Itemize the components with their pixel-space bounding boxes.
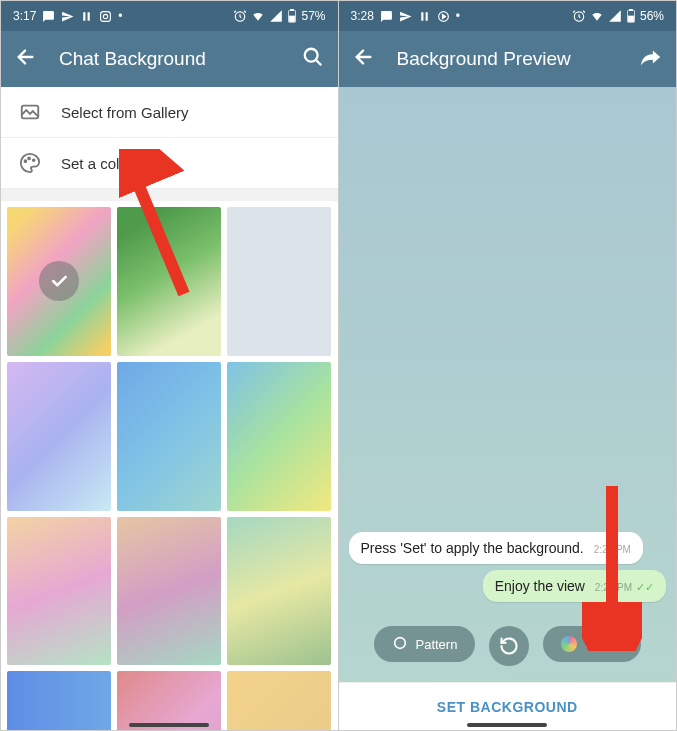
battery-text: 56%	[640, 9, 664, 23]
pattern-button[interactable]: Pattern	[374, 626, 476, 662]
page-title: Chat Background	[59, 48, 206, 70]
send-icon	[399, 10, 412, 23]
signal-icon	[269, 9, 283, 23]
svg-point-8	[25, 160, 27, 162]
annotation-arrow	[582, 481, 642, 651]
app-bar: Chat Background	[1, 31, 338, 87]
instagram-icon	[99, 10, 112, 23]
screen-chat-background: 3:17 •	[1, 1, 339, 730]
nav-handle	[129, 723, 209, 727]
wallpaper-item[interactable]	[227, 362, 331, 511]
button-label: SET BACKGROUND	[437, 699, 578, 715]
wallpaper-item[interactable]	[7, 671, 111, 730]
pause-icon	[80, 10, 93, 23]
wallpaper-item[interactable]	[7, 207, 111, 356]
search-icon[interactable]	[302, 46, 324, 72]
status-time: 3:28	[351, 9, 374, 23]
send-icon	[61, 10, 74, 23]
svg-rect-0	[101, 11, 111, 21]
battery-text: 57%	[301, 9, 325, 23]
more-dot: •	[456, 9, 460, 23]
nav-handle	[467, 723, 547, 727]
alarm-icon	[233, 9, 247, 23]
wallpaper-item[interactable]	[117, 362, 221, 511]
status-bar: 3:28 • 56%	[339, 1, 677, 31]
signal-icon	[608, 9, 622, 23]
message-icon	[42, 10, 55, 23]
palette-icon	[19, 152, 41, 174]
back-icon[interactable]	[353, 46, 375, 72]
wallpaper-item[interactable]	[7, 517, 111, 666]
message-icon	[380, 10, 393, 23]
svg-point-18	[394, 637, 405, 648]
svg-line-12	[131, 167, 184, 294]
gallery-icon	[19, 101, 41, 123]
option-select-gallery[interactable]: Select from Gallery	[1, 87, 338, 138]
battery-icon	[287, 9, 297, 23]
option-label: Select from Gallery	[61, 104, 189, 121]
rotate-button[interactable]	[489, 626, 529, 666]
wallpaper-item[interactable]	[227, 671, 331, 730]
annotation-arrow	[119, 149, 199, 309]
status-bar: 3:17 •	[1, 1, 338, 31]
bubble-text: Enjoy the view	[495, 578, 585, 594]
color-swatch-icon	[561, 636, 577, 652]
alarm-icon	[572, 9, 586, 23]
wifi-icon	[590, 9, 604, 23]
wallpaper-item[interactable]	[227, 517, 331, 666]
svg-rect-5	[290, 16, 296, 22]
wallpaper-item[interactable]	[7, 362, 111, 511]
back-icon[interactable]	[15, 46, 37, 72]
screen-background-preview: 3:28 • 56% Background Preview Pres	[339, 1, 677, 730]
svg-rect-17	[628, 16, 634, 22]
svg-point-10	[33, 159, 35, 161]
bubble-text: Press 'Set' to apply the background.	[361, 540, 584, 556]
svg-point-9	[28, 158, 30, 160]
battery-icon	[626, 9, 636, 23]
svg-rect-4	[291, 9, 294, 10]
app-bar: Background Preview	[339, 31, 677, 87]
circle-outline-icon	[392, 635, 408, 654]
page-title: Background Preview	[397, 48, 571, 70]
wallpaper-item[interactable]	[227, 207, 331, 356]
more-dot: •	[118, 9, 122, 23]
svg-point-1	[104, 14, 108, 18]
circle-icon	[437, 10, 450, 23]
svg-rect-16	[630, 9, 633, 10]
pause-icon	[418, 10, 431, 23]
wallpaper-item[interactable]	[117, 671, 221, 730]
button-label: Pattern	[416, 637, 458, 652]
wallpaper-item[interactable]	[117, 517, 221, 666]
selected-check-icon	[39, 261, 79, 301]
status-time: 3:17	[13, 9, 36, 23]
wifi-icon	[251, 9, 265, 23]
share-icon[interactable]	[640, 46, 662, 72]
svg-point-6	[304, 49, 317, 62]
